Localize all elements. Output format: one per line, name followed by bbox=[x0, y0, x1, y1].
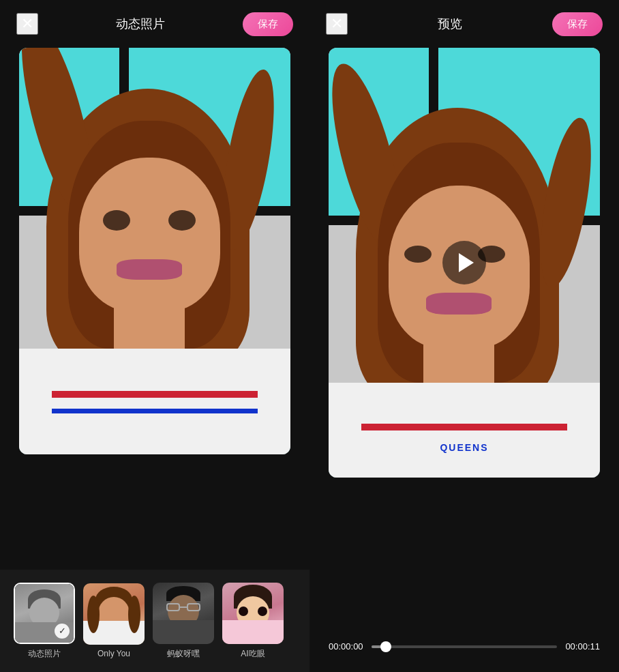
right-header: ✕ 预览 保存 bbox=[310, 0, 619, 48]
thumb3-body bbox=[153, 620, 214, 644]
filter-label-only-you: Only You bbox=[97, 649, 130, 658]
shirt-stripe-blue bbox=[52, 409, 258, 413]
person-lips bbox=[117, 259, 182, 280]
thumb3-glasses-r bbox=[187, 603, 200, 611]
right-close-icon: ✕ bbox=[331, 15, 343, 33]
time-end: 00:00:11 bbox=[565, 641, 600, 652]
video-shirt bbox=[329, 383, 600, 478]
filter-item-ant-hey[interactable]: 蚂蚁呀嘿 bbox=[153, 583, 214, 660]
play-icon bbox=[459, 253, 474, 272]
left-panel: ✕ 动态照片 保存 bbox=[0, 0, 310, 672]
filter-item-only-you[interactable]: Only You bbox=[83, 583, 145, 658]
right-close-button[interactable]: ✕ bbox=[326, 13, 348, 35]
filter-thumb-ant-hey bbox=[153, 583, 214, 644]
thumb4-body bbox=[222, 620, 284, 644]
photo-container bbox=[0, 48, 310, 570]
video-lips bbox=[426, 293, 492, 315]
right-panel: ✕ 预览 保存 QUEENS bbox=[310, 0, 619, 672]
thumb2-hair-right bbox=[128, 596, 140, 633]
time-row: 00:00:00 00:00:11 bbox=[329, 641, 600, 652]
filter-label-ant-hey: 蚂蚁呀嘿 bbox=[167, 648, 200, 660]
left-close-icon: ✕ bbox=[21, 15, 33, 33]
filter-toolbar: ✓ 动态照片 Only You bbox=[0, 570, 310, 672]
filter-item-ai-eyes[interactable]: AI吃眼 bbox=[222, 583, 284, 660]
time-start: 00:00:00 bbox=[329, 641, 363, 652]
filter-thumb-dynamic-photo: ✓ bbox=[14, 583, 75, 644]
video-container: QUEENS bbox=[310, 48, 619, 628]
person-eye-right bbox=[168, 210, 196, 231]
thumb3-glasses-l bbox=[166, 603, 180, 611]
video-eye-left bbox=[404, 246, 432, 263]
progress-thumb[interactable] bbox=[380, 641, 391, 652]
left-title: 动态照片 bbox=[116, 16, 165, 32]
thumb3-glasses-bridge bbox=[180, 607, 187, 608]
video-shirt-text: QUEENS bbox=[342, 439, 586, 456]
right-save-button[interactable]: 保存 bbox=[552, 12, 603, 36]
progress-bar[interactable] bbox=[372, 645, 558, 648]
person-shirt bbox=[19, 349, 290, 454]
thumb2-hair-left bbox=[87, 596, 100, 633]
thumb1-check: ✓ bbox=[55, 624, 70, 639]
filter-thumb-only-you bbox=[83, 583, 145, 645]
person-face bbox=[79, 158, 220, 312]
play-button[interactable] bbox=[442, 241, 486, 284]
video-shirt-stripe-red bbox=[361, 424, 568, 430]
filter-label-dynamic-photo: 动态照片 bbox=[28, 648, 61, 660]
thumb4-eye-right bbox=[258, 607, 267, 616]
shirt-stripe-red bbox=[52, 391, 258, 398]
video-frame: QUEENS bbox=[329, 48, 600, 478]
timeline-area: 00:00:00 00:00:11 bbox=[310, 628, 619, 672]
photo-frame bbox=[19, 48, 290, 454]
left-header: ✕ 动态照片 保存 bbox=[0, 0, 310, 48]
left-save-button[interactable]: 保存 bbox=[243, 12, 293, 36]
filter-thumb-ai-eyes bbox=[222, 583, 284, 644]
filter-label-ai-eyes: AI吃眼 bbox=[241, 648, 265, 660]
thumb4-eye-left bbox=[239, 607, 248, 616]
right-title: 预览 bbox=[438, 16, 462, 32]
left-close-button[interactable]: ✕ bbox=[16, 13, 38, 35]
filter-item-dynamic-photo[interactable]: ✓ 动态照片 bbox=[14, 583, 75, 660]
